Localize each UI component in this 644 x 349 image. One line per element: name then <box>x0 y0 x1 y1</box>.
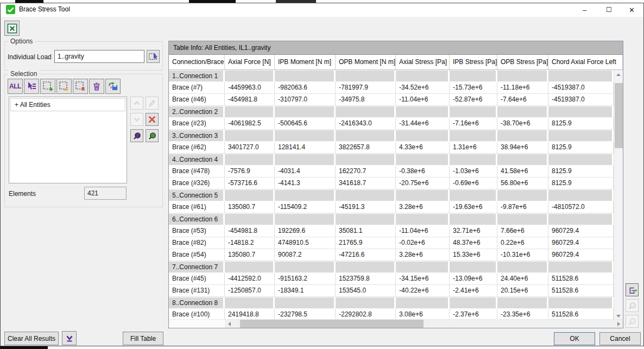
minimize-button[interactable]: – <box>572 3 597 17</box>
data-cell[interactable]: 128141.4 <box>275 142 336 154</box>
group-cell[interactable] <box>336 130 396 142</box>
data-cell[interactable]: -573716.6 <box>225 177 275 189</box>
group-cell[interactable] <box>275 154 336 166</box>
subtract-from-selection-button[interactable] <box>56 79 72 94</box>
data-cell[interactable]: 20.15e+6 <box>497 285 548 297</box>
export-table-button[interactable] <box>626 283 639 296</box>
close-button[interactable]: ✕ <box>620 3 644 17</box>
data-cell[interactable]: -34.52e+6 <box>396 82 450 94</box>
group-cell[interactable] <box>497 213 548 225</box>
edit-selection-button[interactable] <box>146 97 159 110</box>
data-cell[interactable]: -18349.1 <box>275 285 336 297</box>
data-cell[interactable]: 4.33e+6 <box>396 142 450 154</box>
data-cell[interactable]: Brace (#7) <box>169 82 225 94</box>
elements-count-field[interactable]: 421 <box>84 187 127 200</box>
tree-item-all-entities[interactable]: + All Entities <box>10 98 125 111</box>
data-cell[interactable]: 511528.6 <box>548 273 614 285</box>
group-cell[interactable] <box>275 213 336 225</box>
data-cell[interactable]: -14818.2 <box>225 237 275 249</box>
data-cell[interactable]: 192269.6 <box>275 225 336 237</box>
data-cell[interactable]: -20.75e+6 <box>396 177 450 189</box>
download-results-button[interactable] <box>62 331 77 345</box>
column-header[interactable]: OPB Moment [N m] <box>336 55 396 69</box>
data-cell[interactable]: -11.04e+6 <box>396 225 450 237</box>
data-cell[interactable]: 35081.1 <box>336 225 396 237</box>
group-cell[interactable] <box>548 130 614 142</box>
data-cell[interactable]: -2.41e+6 <box>450 285 497 297</box>
group-cell[interactable] <box>336 297 396 309</box>
data-cell[interactable]: 7.66e+6 <box>497 225 548 237</box>
group-cell[interactable] <box>396 106 450 118</box>
data-cell[interactable]: 511528.6 <box>548 285 614 297</box>
group-cell[interactable] <box>396 189 450 201</box>
table-zoom-all-button[interactable] <box>626 315 639 328</box>
group-cell[interactable] <box>396 261 450 273</box>
data-cell[interactable]: -15.73e+6 <box>450 82 497 94</box>
data-cell[interactable]: -38.70e+6 <box>497 118 548 130</box>
group-label-cell[interactable]: 2..Connection 2 <box>169 106 225 118</box>
group-label-cell[interactable]: 8..Connection 8 <box>169 297 225 309</box>
data-cell[interactable]: 3.28e+6 <box>396 201 450 213</box>
data-cell[interactable]: 48.37e+6 <box>450 237 497 249</box>
group-cell[interactable] <box>225 106 275 118</box>
group-cell[interactable] <box>275 189 336 201</box>
data-cell[interactable]: 38.94e+6 <box>497 142 548 154</box>
column-header[interactable]: Axial Force [N] <box>225 55 275 69</box>
data-cell[interactable]: -4459963.0 <box>225 82 275 94</box>
data-cell[interactable]: -115409.2 <box>275 201 336 213</box>
data-cell[interactable]: -2416343.0 <box>336 118 396 130</box>
group-cell[interactable] <box>396 297 450 309</box>
data-cell[interactable]: -13.09e+6 <box>450 273 497 285</box>
group-cell[interactable] <box>275 70 336 82</box>
data-cell[interactable]: Brace (#478) <box>169 166 225 177</box>
individual-load-input[interactable]: 1..gravity <box>54 50 144 63</box>
data-cell[interactable]: -7.64e+6 <box>497 94 548 106</box>
data-cell[interactable]: -310797.0 <box>275 94 336 106</box>
group-cell[interactable] <box>450 154 497 166</box>
data-cell[interactable]: Brace (#46) <box>169 94 225 106</box>
data-cell[interactable]: -4061982.5 <box>225 118 275 130</box>
data-cell[interactable]: 341618.7 <box>336 177 396 189</box>
group-label-cell[interactable]: 6..Connection 6 <box>169 213 225 225</box>
data-cell[interactable]: -982063.6 <box>275 82 336 94</box>
data-cell[interactable]: Brace (#326) <box>169 177 225 189</box>
group-cell[interactable] <box>275 106 336 118</box>
group-cell[interactable] <box>497 297 548 309</box>
group-cell[interactable] <box>497 154 548 166</box>
data-cell[interactable]: 8125.9 <box>548 177 614 189</box>
add-to-selection-button[interactable] <box>40 79 55 94</box>
group-cell[interactable] <box>225 297 275 309</box>
group-cell[interactable] <box>497 70 548 82</box>
data-cell[interactable]: 3822657.8 <box>336 142 396 154</box>
data-cell[interactable]: -454981.8 <box>225 94 275 106</box>
group-cell[interactable] <box>275 297 336 309</box>
group-cell[interactable] <box>450 189 497 201</box>
column-header[interactable]: IPB Moment [N m] <box>275 55 336 69</box>
data-cell[interactable]: 153545.0 <box>336 285 396 297</box>
group-label-cell[interactable]: 5..Connection 5 <box>169 189 225 201</box>
group-cell[interactable] <box>450 70 497 82</box>
group-cell[interactable] <box>548 70 614 82</box>
data-cell[interactable]: -40.22e+6 <box>396 285 450 297</box>
group-label-cell[interactable]: 3..Connection 3 <box>169 130 225 142</box>
data-cell[interactable]: Brace (#53) <box>169 225 225 237</box>
data-cell[interactable]: 8125.9 <box>548 166 614 177</box>
data-cell[interactable]: -0.02e+6 <box>396 237 450 249</box>
group-cell[interactable] <box>225 154 275 166</box>
data-cell[interactable]: -0.69e+6 <box>450 177 497 189</box>
data-cell[interactable]: 90087.2 <box>275 249 336 261</box>
horizontal-scroll-track[interactable] <box>233 320 614 328</box>
save-selection-button[interactable] <box>105 79 121 94</box>
move-down-button[interactable] <box>130 113 143 126</box>
group-cell[interactable] <box>497 106 548 118</box>
data-cell[interactable]: 32.71e+6 <box>450 225 497 237</box>
group-cell[interactable] <box>450 261 497 273</box>
group-cell[interactable] <box>548 261 614 273</box>
data-cell[interactable]: 135080.7 <box>225 201 275 213</box>
data-cell[interactable]: -7576.9 <box>225 166 275 177</box>
fill-table-button[interactable]: Fill Table <box>123 332 163 345</box>
group-cell[interactable] <box>396 70 450 82</box>
entity-list[interactable]: + All Entities <box>9 97 127 183</box>
data-cell[interactable]: Brace (#54) <box>169 249 225 261</box>
data-cell[interactable]: -4810572.0 <box>548 201 614 213</box>
